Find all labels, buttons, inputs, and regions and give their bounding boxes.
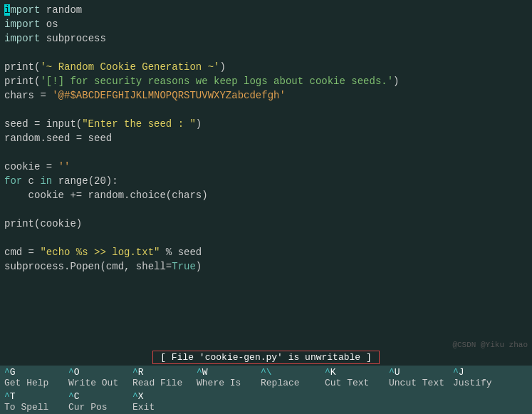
- shortcut-cut-text: ^K: [325, 367, 380, 378]
- code-line-12: cookie = '': [4, 160, 528, 174]
- label-where-is: Where Is: [197, 378, 252, 388]
- code-line-16: print(cookie): [4, 217, 528, 231]
- shortcut-where-is: ^W: [197, 367, 252, 378]
- nav-item-write-out[interactable]: ^O Write Out: [66, 366, 130, 390]
- editor-area[interactable]: import random import os import subproces…: [0, 0, 532, 349]
- label-write-out: Write Out: [68, 378, 124, 388]
- code-line-8: [4, 103, 528, 117]
- shortcut-replace: ^\: [261, 367, 316, 378]
- code-line-5: print('~ Random Cookie Generation ~'): [4, 60, 528, 74]
- nav-item-read-file[interactable]: ^R Read File: [130, 366, 194, 390]
- shortcut-write-out: ^O: [68, 367, 124, 378]
- status-bar: [ File 'cookie-gen.py' is unwritable ]: [0, 349, 532, 366]
- shortcut-uncut-text: ^U: [389, 367, 444, 378]
- nav-item-to-spell[interactable]: ^T To Spell: [1, 390, 66, 414]
- code-line-1: import random: [4, 3, 528, 17]
- code-line-6: print('[!] for security reasons we keep …: [4, 74, 528, 88]
- code-line-10: random.seed = seed: [4, 131, 528, 145]
- label-replace: Replace: [261, 378, 316, 388]
- nav-item-exit[interactable]: ^X Exit: [130, 390, 194, 414]
- shortcut-get-help: ^G: [4, 367, 60, 378]
- label-cur-pos: Cur Pos: [68, 402, 124, 413]
- shortcut-read-file: ^R: [132, 367, 188, 378]
- label-uncut-text: Uncut Text: [389, 378, 444, 388]
- status-message: [ File 'cookie-gen.py' is unwritable ]: [152, 351, 379, 364]
- label-exit: Exit: [132, 402, 188, 413]
- shortcut-justify: ^J: [453, 367, 508, 378]
- nav-item-cut-text[interactable]: ^K Cut Text: [322, 366, 386, 390]
- shortcut-exit: ^X: [132, 391, 188, 402]
- code-line-18: cmd = "echo %s >> log.txt" % seed: [4, 245, 528, 259]
- label-read-file: Read File: [132, 378, 188, 388]
- code-line-7: chars = '@#$ABCDEFGHIJKLMNOPQRSTUVWXYZab…: [4, 88, 528, 103]
- nav-item-cur-pos[interactable]: ^C Cur Pos: [66, 390, 130, 414]
- nav-item-justify[interactable]: ^J Justify: [450, 366, 514, 390]
- label-cut-text: Cut Text: [325, 378, 380, 388]
- label-get-help: Get Help: [4, 378, 60, 388]
- shortcut-cur-pos: ^C: [68, 391, 124, 402]
- code-line-9: seed = input("Enter the seed : "): [4, 117, 528, 131]
- code-line-13: for c in range(20):: [4, 174, 528, 188]
- watermark: @CSDN @Yiku zhao: [452, 341, 528, 349]
- code-line-2: import os: [4, 17, 528, 31]
- code-line-11: [4, 145, 528, 160]
- nav-item-replace[interactable]: ^\ Replace: [258, 366, 322, 390]
- code-line-3: import subprocess: [4, 31, 528, 46]
- code-line-17: [4, 231, 528, 245]
- code-line-19: subprocess.Popen(cmd, shell=True): [4, 259, 528, 274]
- nav-item-uncut-text[interactable]: ^U Uncut Text: [386, 366, 450, 390]
- code-line-15: [4, 202, 528, 217]
- shortcut-to-spell: ^T: [4, 391, 60, 402]
- bottom-nav: ^G Get Help ^O Write Out ^R Read File ^W…: [0, 366, 532, 414]
- nav-item-get-help[interactable]: ^G Get Help: [1, 366, 66, 390]
- nav-item-where-is[interactable]: ^W Where Is: [194, 366, 258, 390]
- code-line-14: cookie += random.choice(chars): [4, 188, 528, 202]
- code-line-4: [4, 46, 528, 60]
- label-justify: Justify: [453, 378, 508, 388]
- label-to-spell: To Spell: [4, 402, 60, 413]
